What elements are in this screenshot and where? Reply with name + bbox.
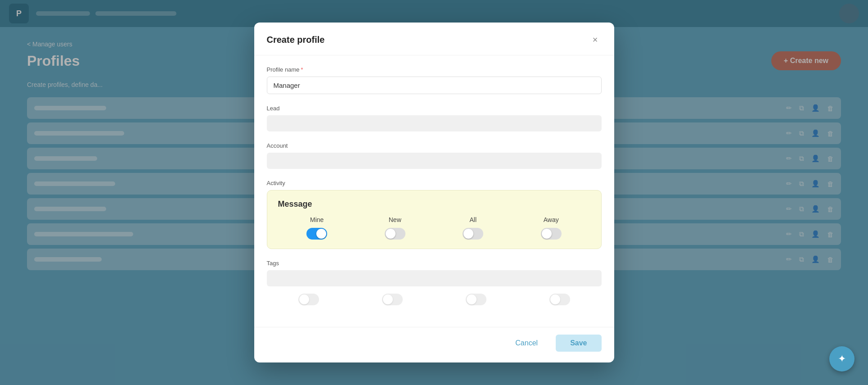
- tags-label: Tags: [267, 260, 602, 267]
- account-label: Account: [267, 142, 602, 149]
- profile-name-label: Profile name*: [267, 66, 602, 73]
- lead-group: Lead: [267, 105, 602, 131]
- fab-button[interactable]: ✦: [829, 346, 855, 371]
- toggle-new[interactable]: [385, 228, 405, 240]
- required-indicator: *: [301, 66, 303, 73]
- activity-card-title: Message: [278, 199, 590, 209]
- toggle-knob-away: [542, 229, 552, 239]
- modal-header: Create profile ×: [254, 23, 614, 55]
- cancel-button[interactable]: Cancel: [506, 335, 547, 352]
- toggle-row: Mine New All: [278, 216, 590, 240]
- account-group: Account: [267, 142, 602, 169]
- toggle-knob-partial-3: [467, 294, 477, 304]
- toggle-item-partial-4: [518, 294, 602, 305]
- toggle-partial-3[interactable]: [466, 294, 486, 305]
- save-button[interactable]: Save: [556, 335, 601, 352]
- toggle-label-all: All: [469, 216, 477, 223]
- toggle-label-new: New: [389, 216, 401, 223]
- toggle-knob-partial-2: [383, 294, 393, 304]
- toggle-partial-4[interactable]: [549, 294, 570, 305]
- modal-close-button[interactable]: ×: [589, 33, 602, 46]
- toggle-partial-1[interactable]: [298, 294, 319, 305]
- profile-name-input[interactable]: [267, 77, 602, 94]
- toggle-mine[interactable]: [306, 228, 327, 240]
- create-profile-modal: Create profile × Profile name* Lead Acco…: [254, 23, 614, 362]
- toggle-label-away: Away: [544, 216, 559, 223]
- modal-overlay: Create profile × Profile name* Lead Acco…: [0, 0, 868, 385]
- toggle-knob-partial-1: [299, 294, 309, 304]
- modal-title: Create profile: [267, 35, 325, 45]
- toggle-knob-all: [463, 229, 473, 239]
- toggle-item-mine: Mine: [278, 216, 356, 240]
- lead-label: Lead: [267, 105, 602, 112]
- toggle-knob-mine: [316, 229, 326, 239]
- activity-card: Message Mine New: [267, 190, 602, 249]
- activity-label: Activity: [267, 180, 602, 186]
- lead-select[interactable]: [267, 115, 602, 131]
- activity-group: Activity Message Mine New: [267, 180, 602, 249]
- toggle-item-all: All: [434, 216, 513, 240]
- toggle-knob-new: [386, 229, 396, 239]
- tags-group: Tags: [267, 260, 602, 305]
- account-select[interactable]: [267, 153, 602, 169]
- profile-name-group: Profile name*: [267, 66, 602, 94]
- tags-input[interactable]: [267, 270, 602, 286]
- toggle-item-new: New: [356, 216, 434, 240]
- modal-footer: Cancel Save: [254, 327, 614, 362]
- toggle-partial-2[interactable]: [382, 294, 403, 305]
- toggle-item-partial-2: [351, 294, 434, 305]
- toggle-away[interactable]: [541, 228, 562, 240]
- toggle-item-away: Away: [512, 216, 590, 240]
- toggle-all[interactable]: [463, 228, 483, 240]
- toggle-label-mine: Mine: [310, 216, 324, 223]
- modal-body: Profile name* Lead Account Activity Mess…: [254, 55, 614, 327]
- toggle-item-partial-3: [434, 294, 518, 305]
- toggle-knob-partial-4: [550, 294, 560, 304]
- toggle-item-partial-1: [267, 294, 351, 305]
